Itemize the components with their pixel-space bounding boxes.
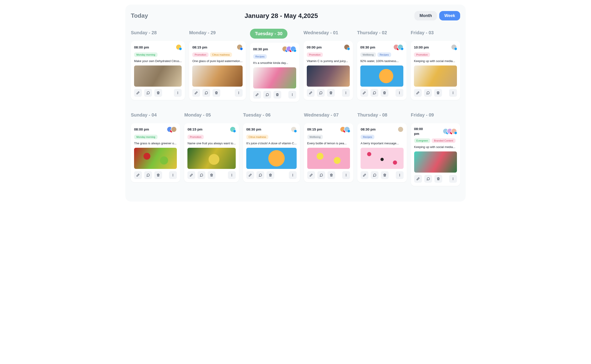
- tag[interactable]: Recipes: [253, 54, 267, 59]
- tag[interactable]: Branded Content: [432, 138, 455, 143]
- comment-button[interactable]: [144, 171, 152, 179]
- delete-button[interactable]: [154, 89, 162, 97]
- day-header[interactable]: Tuesday - 06: [243, 111, 300, 119]
- edit-button[interactable]: [361, 171, 368, 179]
- day-header[interactable]: Monday - 29: [189, 29, 246, 37]
- tag[interactable]: Citrus madness: [246, 135, 268, 139]
- comment-button[interactable]: [202, 89, 210, 97]
- post-card[interactable]: 08:00 pmEvergreenBranded ContentKeeping …: [411, 123, 460, 186]
- tag[interactable]: Promotion: [187, 135, 204, 139]
- tag[interactable]: Promotion: [414, 52, 430, 57]
- edit-button[interactable]: [187, 171, 195, 179]
- post-card[interactable]: 08:30 pmRecipesA berry important message…: [357, 123, 407, 182]
- avatar[interactable]: [290, 46, 296, 52]
- delete-button[interactable]: [154, 171, 162, 179]
- tag[interactable]: Wellbieng: [360, 52, 376, 57]
- tag[interactable]: Promotion: [307, 52, 323, 57]
- post-card[interactable]: 08:30 pmCitrus madnessIt's juice o'clock…: [243, 123, 300, 182]
- edit-button[interactable]: [134, 89, 142, 97]
- day-header[interactable]: Thursday - 08: [357, 111, 407, 119]
- comment-button[interactable]: [263, 91, 271, 99]
- more-button[interactable]: [449, 89, 457, 97]
- day-header[interactable]: Wednesday - 01: [304, 29, 353, 37]
- comment-button[interactable]: [144, 89, 152, 97]
- comment-button[interactable]: [256, 171, 264, 179]
- day-header[interactable]: Friday - 09: [411, 111, 460, 119]
- post-card[interactable]: 08:30 pmRecipesIt's a smoothie kinda day…: [250, 43, 299, 102]
- more-button[interactable]: [342, 89, 350, 97]
- post-image[interactable]: [360, 65, 403, 87]
- day-header[interactable]: Thursday - 02: [357, 29, 407, 37]
- more-button[interactable]: [396, 171, 404, 179]
- edit-button[interactable]: [192, 89, 200, 97]
- post-image[interactable]: [134, 148, 177, 169]
- edit-button[interactable]: [246, 171, 254, 179]
- more-button[interactable]: [174, 89, 182, 97]
- week-view-button[interactable]: Week: [439, 11, 460, 20]
- avatar[interactable]: [344, 44, 350, 50]
- edit-button[interactable]: [360, 89, 368, 97]
- post-card[interactable]: 09:30 pmWellbiengRecipes92% water, 100% …: [357, 41, 407, 100]
- more-button[interactable]: [342, 171, 350, 179]
- post-image[interactable]: [192, 65, 242, 87]
- post-card[interactable]: 09:15 pmWellbeingEvery bottle of lemon i…: [304, 123, 353, 182]
- post-card[interactable]: 09:00 pmPromotionVitamin C is yummy and …: [304, 41, 353, 100]
- comment-button[interactable]: [198, 171, 205, 179]
- post-image[interactable]: [187, 148, 236, 169]
- edit-button[interactable]: [307, 89, 315, 97]
- more-button[interactable]: [235, 89, 243, 97]
- avatar[interactable]: [230, 126, 236, 132]
- delete-button[interactable]: [327, 171, 335, 179]
- avatar[interactable]: [451, 128, 457, 134]
- tag[interactable]: Monday morning: [134, 52, 158, 57]
- tag[interactable]: Monday morning: [134, 135, 158, 139]
- post-image[interactable]: [414, 151, 457, 173]
- post-card[interactable]: 08:00 pmMonday morningThe grass is alway…: [131, 123, 180, 182]
- avatar[interactable]: [291, 126, 297, 132]
- day-header[interactable]: Monday - 05: [184, 111, 239, 119]
- edit-button[interactable]: [414, 175, 422, 183]
- day-header[interactable]: Sunday - 28: [131, 29, 185, 37]
- delete-button[interactable]: [434, 175, 442, 183]
- delete-button[interactable]: [381, 89, 388, 97]
- comment-button[interactable]: [371, 171, 379, 179]
- day-header[interactable]: Sunday - 04: [131, 111, 180, 119]
- delete-button[interactable]: [212, 89, 220, 97]
- post-card[interactable]: 08:15 pmPromotionName one fruit you alwa…: [184, 123, 239, 182]
- delete-button[interactable]: [273, 91, 281, 99]
- tag[interactable]: Wellbeing: [307, 135, 323, 139]
- more-button[interactable]: [288, 91, 296, 99]
- tag[interactable]: Evergreen: [414, 138, 431, 143]
- post-image[interactable]: [361, 148, 403, 169]
- delete-button[interactable]: [434, 89, 442, 97]
- avatar[interactable]: [176, 44, 182, 50]
- more-button[interactable]: [396, 89, 403, 97]
- avatar[interactable]: [237, 44, 243, 50]
- day-header[interactable]: Friday - 03: [411, 29, 460, 37]
- post-image[interactable]: [253, 67, 296, 89]
- day-header[interactable]: Tuesday - 30: [250, 29, 288, 39]
- delete-button[interactable]: [266, 171, 274, 179]
- delete-button[interactable]: [208, 171, 215, 179]
- tag[interactable]: Citrus madness: [210, 52, 232, 57]
- post-image[interactable]: [307, 148, 350, 169]
- avatar[interactable]: [398, 126, 404, 132]
- avatar[interactable]: [451, 44, 457, 50]
- avatar[interactable]: [397, 44, 403, 50]
- edit-button[interactable]: [134, 171, 142, 179]
- avatar[interactable]: [344, 126, 350, 132]
- comment-button[interactable]: [317, 171, 325, 179]
- tag[interactable]: Recipes: [377, 52, 391, 57]
- comment-button[interactable]: [424, 175, 432, 183]
- post-image[interactable]: [307, 65, 350, 87]
- delete-button[interactable]: [327, 89, 335, 97]
- tag[interactable]: Promotion: [192, 52, 208, 57]
- post-card[interactable]: 10:00 pmPromotionKeeping up with social …: [411, 41, 460, 100]
- month-view-button[interactable]: Month: [414, 11, 437, 20]
- post-image[interactable]: [414, 65, 457, 87]
- edit-button[interactable]: [307, 171, 315, 179]
- edit-button[interactable]: [414, 89, 422, 97]
- more-button[interactable]: [289, 171, 297, 179]
- delete-button[interactable]: [381, 171, 389, 179]
- comment-button[interactable]: [317, 89, 325, 97]
